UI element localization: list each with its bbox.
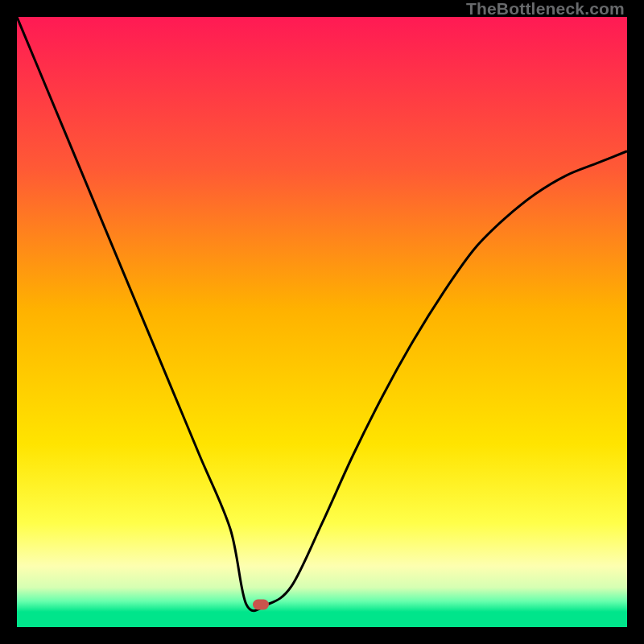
- minimum-marker: [253, 599, 269, 609]
- watermark-text: TheBottleneck.com: [466, 0, 625, 19]
- plot-area: [17, 17, 627, 627]
- bottleneck-curve: [17, 17, 627, 627]
